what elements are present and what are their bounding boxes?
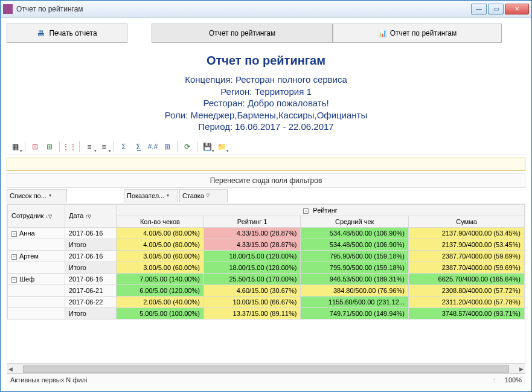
- value-cell: 1155.60/500.00 (231.12...: [301, 296, 409, 307]
- minimize-button[interactable]: —: [471, 4, 487, 14]
- top-tabs: Печать отчета Отчет по рейтингам Отчет п…: [7, 24, 525, 43]
- col-rating1[interactable]: Рейтинг 1: [204, 216, 301, 227]
- concept-line: Концепция: Ресторан полного сервиса: [7, 74, 525, 86]
- value-cell: 6625.70/4000.00 (165.64%): [408, 273, 524, 284]
- date-header[interactable]: Дата ↑▽: [65, 204, 117, 227]
- value-cell: 18.00/15.00 (120.00%): [204, 262, 301, 273]
- maximize-button[interactable]: ▭: [488, 4, 504, 14]
- table-row[interactable]: 2017-06-222.00/5.00 (40.00%)10.00/15.00 …: [8, 296, 525, 307]
- collapse-row-icon[interactable]: −: [11, 277, 17, 283]
- separator: [177, 141, 178, 152]
- value-cell: 795.90/500.00 (159.18%): [301, 250, 409, 262]
- rate-field[interactable]: Ставка▽: [179, 189, 228, 202]
- region-line: Регион: Территория 1: [7, 86, 525, 98]
- save-icon[interactable]: 💾: [201, 141, 213, 153]
- report-tab-2[interactable]: Отчет по рейтингам: [333, 24, 502, 43]
- value-cell: 3748.57/4000.00 (93.71%): [408, 307, 524, 319]
- value-cell: 25.50/15.00 (170.00%): [204, 273, 301, 284]
- print-label: Печать отчета: [49, 29, 97, 37]
- col-checks[interactable]: Кол-во чеков: [117, 216, 204, 227]
- report-tab-2-label: Отчет по рейтингам: [390, 29, 457, 37]
- employee-cell: −Артём: [8, 250, 65, 262]
- dropzone-text: Перенесите сюда поля фильтров: [210, 176, 322, 185]
- date-cell: 2017-06-16: [65, 250, 117, 262]
- value-cell: 2387.70/4000.00 (59.69%): [408, 262, 524, 273]
- sigma-icon[interactable]: Σ: [118, 141, 130, 153]
- table-row[interactable]: −Анна2017-06-164.00/5.00 (80.00%)4.33/15…: [8, 227, 525, 239]
- zoom-level: 100%: [505, 376, 522, 384]
- table-row[interactable]: 2017-06-216.00/5.00 (120.00%)4.60/15.00 …: [8, 284, 525, 296]
- report-tab-1[interactable]: Отчет по рейтингам: [152, 24, 333, 43]
- report-title: Отчет по рейтингам: [7, 54, 525, 68]
- value-cell: 4.00/5.00 (80.00%): [117, 239, 204, 250]
- collapse-icon[interactable]: ⊟: [29, 141, 41, 153]
- pivot-grid[interactable]: Сотрудник ↓▽ Дата ↑▽ − Рейтинг Кол-во че…: [7, 204, 525, 364]
- value-cell: 2387.70/4000.00 (59.69%): [408, 250, 524, 262]
- column-field-row: Список по...▾ Показател...▾ Ставка▽: [7, 189, 525, 202]
- close-button[interactable]: ✕: [505, 4, 529, 14]
- employee-cell: [8, 284, 65, 296]
- open-folder-icon[interactable]: 📁: [216, 141, 228, 153]
- period-line: Период: 16.06.2017 - 22.06.2017: [7, 121, 525, 133]
- col-avg-check[interactable]: Средний чек: [301, 216, 409, 227]
- value-cell: 4.33/15.00 (28.87%): [204, 227, 301, 239]
- value-cell: 749.71/500.00 (149.94%): [301, 307, 409, 319]
- collapse-row-icon[interactable]: −: [11, 231, 17, 237]
- sort-icon[interactable]: ⋮⋮: [63, 141, 75, 153]
- value-cell: 2311.20/4000.00 (57.78%): [408, 296, 524, 307]
- value-cell: 4.60/15.00 (30.67%): [204, 284, 301, 296]
- table-row[interactable]: −Шеф2017-06-167.00/5.00 (140.00%)25.50/1…: [8, 273, 525, 284]
- employee-header[interactable]: Сотрудник ↓▽: [8, 204, 65, 227]
- employee-cell: [8, 296, 65, 307]
- employee-cell: [8, 239, 65, 250]
- value-cell: 5.00/5.00 (100.00%): [117, 307, 204, 319]
- titlebar: Отчет по рейтингам — ▭ ✕: [1, 1, 531, 18]
- date-cell: 2017-06-22: [65, 296, 117, 307]
- indicator-field[interactable]: Показател...▾: [124, 189, 178, 202]
- decimals-icon[interactable]: #.#: [147, 141, 159, 153]
- print-report-button[interactable]: Печать отчета: [7, 24, 127, 43]
- table-row[interactable]: Итого5.00/5.00 (100.00%)13.37/15.00 (89.…: [8, 307, 525, 319]
- date-cell: Итого: [65, 239, 117, 250]
- value-cell: 7.00/5.00 (140.00%): [117, 273, 204, 284]
- value-cell: 13.37/15.00 (89.11%): [204, 307, 301, 319]
- layout-icon[interactable]: ▦: [9, 141, 21, 153]
- horizontal-scrollbar[interactable]: ◀ ▶: [7, 364, 525, 373]
- filter-bar[interactable]: [7, 158, 525, 171]
- collapse-row-icon[interactable]: −: [11, 254, 17, 260]
- align-left-icon[interactable]: ≡: [83, 141, 95, 153]
- value-cell: 795.90/500.00 (159.18%): [301, 262, 409, 273]
- refresh-icon[interactable]: ⟳: [181, 141, 193, 153]
- value-cell: 534.48/500.00 (106.90%): [301, 227, 409, 239]
- status-bar: Активных первых N филі : 100%: [7, 373, 525, 385]
- separator: [114, 141, 114, 152]
- separator: [59, 141, 60, 152]
- restaurant-line: Ресторан: Добро пожаловать!: [7, 97, 525, 109]
- subtotal-icon[interactable]: Σ̲: [132, 141, 144, 153]
- value-cell: 2137.90/4000.00 (53.45%): [408, 239, 524, 250]
- employee-cell: −Анна: [8, 227, 65, 239]
- report-header: Отчет по рейтингам Концепция: Ресторан п…: [7, 51, 525, 133]
- value-cell: 4.33/15.00 (28.87%): [204, 239, 301, 250]
- col-sum[interactable]: Сумма: [408, 216, 524, 227]
- grid-icon[interactable]: ⊞: [161, 141, 173, 153]
- align-right-icon[interactable]: ≡: [98, 141, 110, 153]
- separator: [197, 141, 197, 152]
- value-cell: 946.53/500.00 (189.31%): [301, 273, 409, 284]
- app-window: Отчет по рейтингам — ▭ ✕ Печать отчета О…: [0, 0, 532, 392]
- app-icon: [3, 4, 13, 14]
- scroll-left-icon[interactable]: ◀: [7, 366, 14, 372]
- printer-icon: [37, 29, 45, 37]
- table-row[interactable]: Итого3.00/5.00 (60.00%)18.00/15.00 (120.…: [8, 262, 525, 273]
- value-cell: 6.00/5.00 (120.00%): [117, 284, 204, 296]
- table-row[interactable]: −Артём2017-06-163.00/5.00 (60.00%)18.00/…: [8, 250, 525, 262]
- table-row[interactable]: Итого4.00/5.00 (80.00%)4.33/15.00 (28.87…: [8, 239, 525, 250]
- employee-cell: −Шеф: [8, 273, 65, 284]
- filter-dropzone[interactable]: Перенесите сюда поля фильтров: [7, 173, 525, 188]
- rating-group-header[interactable]: − Рейтинг: [117, 204, 525, 216]
- list-field[interactable]: Список по...▾: [7, 189, 67, 202]
- expand-icon[interactable]: ⊞: [43, 141, 56, 153]
- scroll-right-icon[interactable]: ▶: [518, 366, 525, 372]
- collapse-group-icon[interactable]: −: [303, 208, 309, 214]
- scroll-thumb[interactable]: [23, 365, 509, 373]
